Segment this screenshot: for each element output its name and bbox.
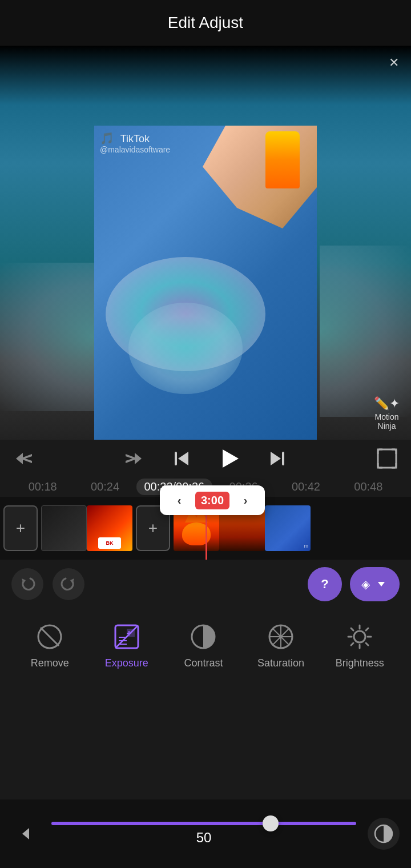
video-center: 🎵 TikTok @malavidasoftware (94, 126, 317, 440)
slider-thumb[interactable] (263, 815, 279, 831)
add-icon-middle: + (148, 519, 158, 537)
effects-button[interactable]: ◈ (350, 567, 400, 601)
playback-controls (0, 440, 411, 477)
svg-rect-15 (119, 637, 127, 638)
effects-icon: ◈ (361, 577, 370, 591)
timestamp-6: 00:48 (337, 480, 400, 493)
spray-can (265, 131, 300, 188)
play-button[interactable] (217, 446, 242, 471)
redo-button[interactable] (53, 568, 84, 600)
svg-rect-5 (282, 452, 284, 465)
svg-marker-10 (378, 582, 385, 586)
svg-rect-17 (119, 644, 127, 645)
clip-thumbnail-2[interactable]: BK (87, 505, 132, 551)
remove-icon (35, 622, 65, 652)
svg-rect-16 (119, 640, 127, 641)
adjustment-tools: Remove Exposure Contrast (0, 608, 411, 682)
popup-next-button[interactable]: › (236, 491, 255, 509)
action-right-group: ? ◈ (308, 567, 400, 601)
timestamp-1: 00:18 (11, 480, 74, 493)
exposure-label: Exposure (105, 657, 148, 669)
close-video-button[interactable]: ✕ (384, 53, 404, 73)
slider-value: 50 (196, 830, 212, 846)
svg-line-32 (351, 628, 353, 630)
svg-rect-7 (378, 449, 396, 468)
tool-brightness[interactable]: Brightness (336, 622, 384, 669)
header: Edit Adjust (0, 0, 411, 46)
svg-line-34 (366, 628, 368, 630)
contrast-icon (188, 622, 218, 652)
svg-rect-2 (175, 452, 177, 465)
brightness-label: Brightness (336, 657, 384, 669)
tiktok-watermark: 🎵 TikTok @malavidasoftware (100, 131, 170, 154)
svg-marker-3 (178, 452, 188, 465)
fullscreen-button[interactable] (374, 446, 400, 471)
timestamp-5: 00:42 (275, 480, 337, 493)
add-icon-left: + (16, 519, 25, 537)
add-clip-button-left[interactable]: + (3, 505, 38, 551)
timeline-strip[interactable]: ‹ 3:00 › + BK + m (0, 497, 411, 560)
svg-marker-6 (271, 452, 281, 465)
tool-exposure[interactable]: Exposure (104, 622, 150, 669)
tool-remove[interactable]: Remove (27, 622, 72, 669)
motion-ninja-icon: ✏️✦ (374, 396, 400, 411)
keyframe-next-button[interactable] (121, 446, 146, 471)
undo-redo-group (11, 568, 84, 600)
video-preview-container: 🎵 TikTok @malavidasoftware ✏️✦ Motion Ni… (0, 46, 411, 440)
skip-start-button[interactable] (169, 446, 194, 471)
remove-label: Remove (31, 657, 69, 669)
action-row: ? ◈ (0, 560, 411, 608)
saturation-icon (266, 622, 296, 652)
back-button[interactable] (11, 819, 40, 848)
slider-container: 50 (51, 822, 356, 846)
clip-thumbnail-5[interactable]: m (265, 505, 311, 551)
smoke-cloud-secondary (128, 303, 243, 394)
tool-saturation[interactable]: Saturation (257, 622, 304, 669)
popup-prev-button[interactable]: ‹ (170, 491, 188, 509)
svg-marker-4 (223, 449, 239, 468)
svg-line-33 (366, 643, 368, 645)
svg-line-12 (41, 628, 59, 646)
timestamp-2: 00:24 (74, 480, 136, 493)
help-button[interactable]: ? (308, 567, 342, 601)
keyframe-prev-button[interactable] (11, 446, 37, 471)
popup-time-display: 3:00 (195, 492, 229, 509)
smoke-left (0, 263, 94, 411)
effects-arrow-icon (374, 577, 388, 591)
saturation-label: Saturation (257, 657, 304, 669)
svg-marker-36 (22, 828, 29, 839)
skip-end-button[interactable] (265, 446, 290, 471)
video-preview: 🎵 TikTok @malavidasoftware ✏️✦ Motion Ni… (0, 46, 411, 440)
slider-area: 50 (0, 799, 411, 868)
contrast-toggle-button[interactable] (368, 818, 400, 850)
exposure-icon (112, 622, 142, 652)
svg-line-35 (351, 643, 353, 645)
motion-ninja-watermark: ✏️✦ Motion Ninja (374, 396, 400, 431)
page-title: Edit Adjust (168, 14, 243, 32)
brightness-icon (345, 622, 374, 652)
contrast-label: Contrast (184, 657, 223, 669)
clip-thumbnail-1[interactable] (41, 505, 87, 551)
svg-point-27 (354, 631, 365, 642)
undo-button[interactable] (11, 568, 43, 600)
smoke-right (320, 246, 411, 417)
svg-marker-0 (16, 453, 32, 464)
svg-marker-1 (126, 453, 142, 464)
tool-contrast[interactable]: Contrast (180, 622, 226, 669)
time-popup: ‹ 3:00 › (160, 485, 265, 515)
slider-track[interactable] (51, 822, 356, 825)
